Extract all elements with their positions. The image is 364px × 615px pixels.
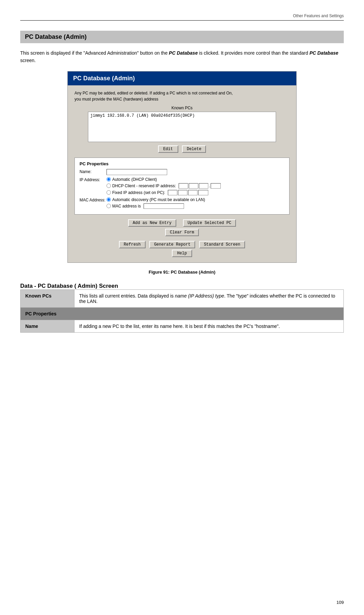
data-section-title: Data - PC Database ( Admin) Screen bbox=[20, 283, 344, 289]
dhcp-ip-2[interactable] bbox=[189, 183, 198, 189]
known-pcs-list[interactable]: jimmy1 192.168.0.7 (LAN) 00a0246df335(DH… bbox=[88, 112, 276, 142]
edit-delete-row: Edit Delete bbox=[74, 145, 290, 153]
table-row-name: Name If adding a new PC to the list, ent… bbox=[21, 320, 344, 332]
standard-screen-button[interactable]: Standard Screen bbox=[199, 241, 245, 248]
bottom-buttons-row: Refresh Generate Report Standard Screen bbox=[74, 241, 290, 248]
pc-properties-box: PC Properties Name: IP Address: bbox=[74, 158, 290, 215]
radio-mac-auto-row: Automatic discovery (PC must be availabl… bbox=[107, 197, 284, 202]
fixed-ip-boxes bbox=[168, 190, 208, 195]
edit-button[interactable]: Edit bbox=[158, 145, 178, 153]
table-row-known-pcs: Known PCs This lists all current entries… bbox=[21, 289, 344, 307]
delete-button[interactable]: Delete bbox=[182, 145, 206, 153]
row-content-name: If adding a new PC to the list, enter it… bbox=[74, 320, 344, 332]
known-pcs-entry: jimmy1 192.168.0.7 (LAN) 00a0246df335(DH… bbox=[90, 113, 195, 118]
radio-dhcp[interactable] bbox=[107, 184, 111, 188]
radio-auto[interactable] bbox=[107, 177, 111, 181]
page-number: 109 bbox=[336, 600, 344, 605]
update-button[interactable]: Update Selected PC bbox=[183, 219, 236, 227]
section-title: PC Database (Admin) bbox=[20, 31, 344, 43]
screenshot-intro: Any PC may be added, edited or deleted. … bbox=[74, 90, 290, 102]
known-pcs-label: Known PCs bbox=[74, 106, 290, 110]
radio-mac-is-label: MAC address is bbox=[112, 204, 141, 208]
radio-mac-is[interactable] bbox=[107, 204, 111, 208]
fixed-ip-2[interactable] bbox=[178, 190, 187, 195]
refresh-button[interactable]: Refresh bbox=[119, 241, 145, 248]
figure-caption: Figure 91: PC Database (Admin) bbox=[20, 270, 344, 275]
fixed-ip-4[interactable] bbox=[198, 190, 208, 195]
help-button[interactable]: Help bbox=[172, 250, 192, 257]
dhcp-ip-1[interactable] bbox=[179, 183, 188, 189]
table-row-pc-properties-header: PC Properties bbox=[21, 307, 344, 320]
pc-properties-title: PC Properties bbox=[80, 161, 284, 166]
radio-dhcp-label: DHCP Client - reserved IP address: bbox=[112, 184, 176, 188]
radio-fixed[interactable] bbox=[107, 190, 111, 195]
name-row: Name: bbox=[80, 169, 284, 175]
radio-mac-auto[interactable] bbox=[107, 197, 111, 202]
name-input[interactable] bbox=[107, 169, 167, 175]
radio-dhcp-row: DHCP Client - reserved IP address: . bbox=[107, 183, 284, 189]
radio-mac-is-row: MAC address is bbox=[107, 203, 284, 209]
row-header-name: Name bbox=[21, 320, 74, 332]
help-row: Help bbox=[74, 250, 290, 257]
radio-fixed-label: Fixed IP address (set on PC): bbox=[112, 190, 165, 195]
row-header-known-pcs: Known PCs bbox=[21, 289, 74, 307]
dhcp-ip-boxes: . bbox=[179, 183, 221, 189]
report-button[interactable]: Generate Report bbox=[149, 241, 195, 248]
mac-radio-group: Automatic discovery (PC must be availabl… bbox=[107, 197, 284, 209]
fixed-ip-1[interactable] bbox=[168, 190, 177, 195]
intro-paragraph: This screen is displayed if the "Advance… bbox=[20, 49, 344, 64]
radio-mac-auto-label: Automatic discovery (PC must be availabl… bbox=[112, 197, 205, 202]
dhcp-ip-4[interactable] bbox=[211, 183, 221, 189]
mac-address-label: MAC Address: bbox=[80, 197, 107, 202]
clear-form-row: Clear Form bbox=[74, 229, 290, 236]
ip-radio-group: Automatic (DHCP Client) DHCP Client - re… bbox=[107, 177, 284, 195]
ip-address-row: IP Address: Automatic (DHCP Client) DHCP… bbox=[80, 177, 284, 195]
mac-input[interactable] bbox=[144, 203, 184, 209]
radio-auto-label: Automatic (DHCP Client) bbox=[112, 177, 157, 182]
row-content-known-pcs: This lists all current entries. Data dis… bbox=[74, 289, 344, 307]
radio-auto-row: Automatic (DHCP Client) bbox=[107, 177, 284, 182]
mac-address-row: MAC Address: Automatic discovery (PC mus… bbox=[80, 197, 284, 209]
section-header-pc-properties: PC Properties bbox=[21, 307, 344, 320]
screenshot-titlebar: PC Database (Admin) bbox=[68, 72, 296, 85]
data-table: Known PCs This lists all current entries… bbox=[20, 289, 344, 333]
add-button[interactable]: Add as New Entry bbox=[128, 219, 176, 227]
fixed-ip-3[interactable] bbox=[188, 190, 198, 195]
ip-address-label: IP Address: bbox=[80, 177, 107, 182]
radio-fixed-row: Fixed IP address (set on PC): bbox=[107, 190, 284, 195]
name-label: Name: bbox=[80, 169, 107, 174]
screenshot-image: PC Database (Admin) Any PC may be added,… bbox=[67, 71, 297, 263]
action-buttons-row: Add as New Entry Update Selected PC bbox=[74, 219, 290, 227]
page-header: Other Features and Settings bbox=[20, 13, 344, 21]
dhcp-ip-3[interactable] bbox=[199, 183, 208, 189]
clear-form-button[interactable]: Clear Form bbox=[165, 229, 199, 236]
